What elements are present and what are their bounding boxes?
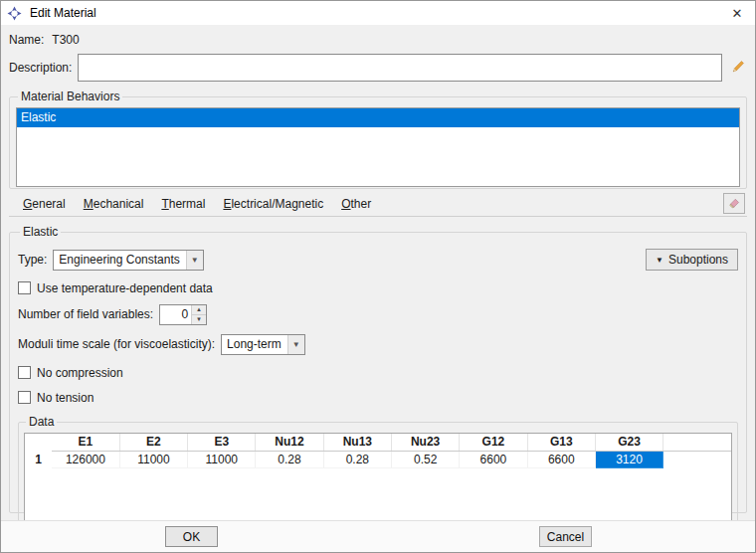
cell-nu13[interactable]: 0.28: [323, 451, 391, 467]
cell-g13[interactable]: 6600: [527, 451, 595, 467]
menu-mnemonic: G: [23, 197, 32, 211]
column-header[interactable]: Nu13: [323, 434, 391, 451]
no-compression-label: No compression: [37, 366, 123, 380]
use-temperature-checkbox[interactable]: [18, 281, 31, 294]
cell-e2[interactable]: 11000: [119, 451, 187, 467]
type-select-value: Engineering Constants: [54, 253, 185, 267]
title-bar: Edit Material ✕: [1, 1, 755, 25]
description-input[interactable]: [78, 54, 722, 82]
eraser-icon: [728, 196, 741, 212]
delete-behavior-button[interactable]: [723, 193, 745, 214]
field-variables-value: 0: [160, 305, 191, 324]
cell-e3[interactable]: 11000: [188, 451, 256, 467]
window-title: Edit Material: [30, 6, 96, 20]
close-icon: ✕: [732, 6, 743, 21]
behavior-menu-bar: General Mechanical Thermal Electrical/Ma…: [9, 191, 747, 217]
header-filler: [663, 434, 731, 451]
spin-arrows: ▲ ▼: [191, 305, 206, 324]
row-number-header: [25, 434, 52, 451]
edit-description-button[interactable]: [727, 58, 747, 80]
suboptions-label: Suboptions: [668, 253, 728, 267]
menu-item-mechanical[interactable]: Mechanical: [76, 194, 152, 214]
table-row: 1 126000 11000 11000 0.28 0.28 0.52 6600…: [25, 451, 731, 467]
field-variables-stepper[interactable]: 0 ▲ ▼: [159, 304, 207, 325]
menu-item-electrical-magnetic[interactable]: Electrical/Magnetic: [215, 194, 331, 214]
cell-nu12[interactable]: 0.28: [256, 451, 323, 467]
name-label: Name:: [9, 33, 44, 47]
spin-down-icon[interactable]: ▼: [192, 315, 206, 324]
footer-bar: OK Cancel: [1, 520, 755, 552]
no-compression-row: No compression: [18, 365, 738, 380]
menu-label: eneral: [32, 197, 65, 211]
menu-label: ther: [351, 197, 372, 211]
column-header[interactable]: E3: [188, 434, 256, 451]
no-tension-checkbox[interactable]: [18, 391, 31, 404]
no-compression-checkbox[interactable]: [18, 366, 31, 379]
no-tension-row: No tension: [18, 390, 738, 405]
field-variables-label: Number of field variables:: [18, 307, 153, 321]
menu-item-general[interactable]: General: [15, 194, 74, 214]
cancel-button[interactable]: Cancel: [539, 526, 592, 547]
moduli-select-value: Long-term: [222, 337, 287, 351]
chevron-down-icon: ▼: [186, 251, 203, 270]
column-header[interactable]: G23: [595, 434, 662, 451]
menu-label: echanical: [94, 197, 144, 211]
row-filler: [663, 451, 731, 467]
no-tension-label: No tension: [37, 391, 94, 405]
data-table: E1 E2 E3 Nu12 Nu13 Nu23 G12 G13 G23: [25, 434, 731, 468]
menu-label: hermal: [169, 197, 206, 211]
elastic-group: Elastic Type: Engineering Constants ▼ ▼ …: [9, 225, 747, 513]
cell-nu23[interactable]: 0.52: [391, 451, 459, 467]
suboptions-arrow-icon: ▼: [656, 256, 663, 265]
edit-material-dialog: Edit Material ✕ Name: T300 Description:: [0, 0, 756, 553]
elastic-group-label: Elastic: [20, 225, 61, 239]
moduli-select[interactable]: Long-term ▼: [221, 334, 305, 355]
spin-up-icon[interactable]: ▲: [192, 305, 206, 315]
moduli-row: Moduli time scale (for viscoelasticity):…: [18, 333, 738, 355]
suboptions-button[interactable]: ▼ Suboptions: [646, 249, 738, 271]
type-select[interactable]: Engineering Constants ▼: [53, 250, 203, 271]
material-behaviors-label: Material Behaviors: [18, 90, 122, 103]
description-label: Description:: [9, 61, 72, 75]
type-row: Type: Engineering Constants ▼ ▼ Suboptio…: [18, 249, 738, 271]
cell-e1[interactable]: 126000: [52, 451, 119, 467]
menu-label: lectrical/Magnetic: [231, 197, 323, 211]
material-behaviors-list[interactable]: Elastic: [16, 107, 740, 187]
use-temperature-label: Use temperature-dependent data: [37, 281, 213, 295]
column-header[interactable]: E1: [52, 434, 119, 451]
menu-item-thermal[interactable]: Thermal: [153, 194, 213, 214]
use-temperature-row: Use temperature-dependent data: [18, 280, 738, 295]
menu-mnemonic: T: [161, 197, 168, 211]
column-header[interactable]: G12: [460, 434, 527, 451]
row-number: 1: [25, 451, 52, 467]
close-button[interactable]: ✕: [725, 3, 749, 23]
cell-g12[interactable]: 6600: [460, 451, 527, 467]
ok-button[interactable]: OK: [165, 526, 218, 547]
app-icon: [7, 6, 22, 21]
menu-mnemonic: M: [84, 197, 94, 211]
column-header[interactable]: G13: [527, 434, 595, 451]
chevron-down-icon: ▼: [287, 335, 304, 354]
description-row: Description:: [9, 54, 747, 82]
type-label: Type:: [18, 253, 47, 267]
column-header[interactable]: E2: [119, 434, 187, 451]
column-header[interactable]: Nu23: [391, 434, 459, 451]
name-value: T300: [52, 33, 79, 47]
material-behaviors-group: Material Behaviors Elastic: [9, 90, 747, 189]
name-row: Name: T300: [9, 31, 747, 49]
column-header[interactable]: Nu12: [256, 434, 323, 451]
table-header-row: E1 E2 E3 Nu12 Nu13 Nu23 G12 G13 G23: [25, 434, 731, 451]
field-variables-row: Number of field variables: 0 ▲ ▼: [18, 303, 738, 325]
pencil-icon: [730, 60, 745, 78]
data-group-label: Data: [26, 415, 57, 429]
behavior-item-elastic[interactable]: Elastic: [17, 108, 739, 127]
menu-mnemonic: O: [341, 197, 350, 211]
menu-item-other[interactable]: Other: [333, 194, 379, 214]
cell-g23-selected[interactable]: 3120: [595, 451, 662, 467]
moduli-label: Moduli time scale (for viscoelasticity):: [18, 337, 215, 351]
